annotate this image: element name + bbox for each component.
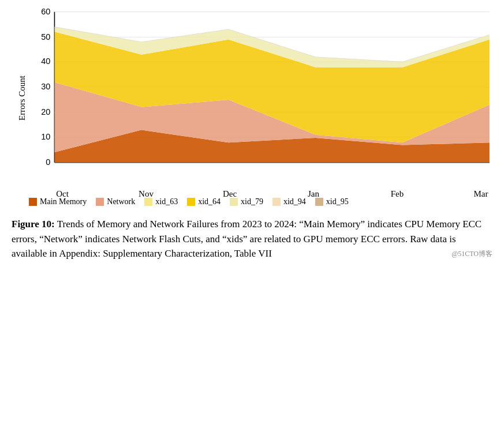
legend-item-xid95: xid_95 bbox=[315, 197, 349, 206]
figure-label: Figure 10: bbox=[12, 219, 55, 230]
caption-text: Trends of Memory and Network Failures fr… bbox=[12, 219, 481, 259]
legend-item-xid63: xid_63 bbox=[144, 197, 178, 206]
legend-item-main-memory: Main Memory bbox=[29, 197, 87, 206]
svg-text:60: 60 bbox=[41, 7, 50, 16]
legend-label-xid79: xid_79 bbox=[241, 197, 263, 206]
legend-box-xid63 bbox=[144, 198, 152, 206]
legend-item-network: Network bbox=[96, 197, 135, 206]
chart-area: Errors Count 0 10 bbox=[12, 6, 492, 190]
legend-box-network bbox=[96, 198, 104, 206]
svg-text:10: 10 bbox=[41, 132, 50, 141]
svg-text:20: 20 bbox=[41, 107, 50, 116]
legend-box-xid79 bbox=[230, 198, 238, 206]
legend-label-network: Network bbox=[107, 197, 135, 206]
legend-label-main-memory: Main Memory bbox=[40, 197, 87, 206]
legend-label-xid64: xid_64 bbox=[198, 197, 221, 206]
chart-container: Errors Count 0 10 bbox=[12, 6, 492, 261]
legend-box-xid94 bbox=[272, 198, 281, 206]
svg-text:40: 40 bbox=[41, 57, 50, 66]
legend-item-xid64: xid_64 bbox=[187, 197, 221, 206]
svg-text:50: 50 bbox=[41, 32, 50, 41]
legend-item-xid94: xid_94 bbox=[272, 197, 306, 206]
caption-source: @51CTO博客 bbox=[451, 249, 492, 259]
legend: Main Memory Network xid_63 xid_64 xid_79… bbox=[12, 197, 492, 206]
chart-and-x: 0 10 20 30 40 50 60 bbox=[28, 6, 492, 190]
chart-svg: 0 10 20 30 40 50 60 bbox=[28, 6, 492, 187]
legend-label-xid94: xid_94 bbox=[283, 197, 306, 206]
svg-text:30: 30 bbox=[41, 82, 50, 91]
legend-box-main-memory bbox=[29, 198, 37, 206]
legend-box-xid64 bbox=[187, 198, 195, 206]
legend-item-xid79: xid_79 bbox=[230, 197, 263, 206]
legend-label-xid63: xid_63 bbox=[155, 197, 178, 206]
legend-label-xid95: xid_95 bbox=[326, 197, 349, 206]
y-axis-label: Errors Count bbox=[12, 6, 28, 190]
svg-wrapper: 0 10 20 30 40 50 60 bbox=[28, 6, 492, 187]
svg-text:0: 0 bbox=[46, 157, 50, 167]
legend-box-xid95 bbox=[315, 198, 323, 206]
figure-caption: Figure 10: Trends of Memory and Network … bbox=[12, 217, 492, 261]
